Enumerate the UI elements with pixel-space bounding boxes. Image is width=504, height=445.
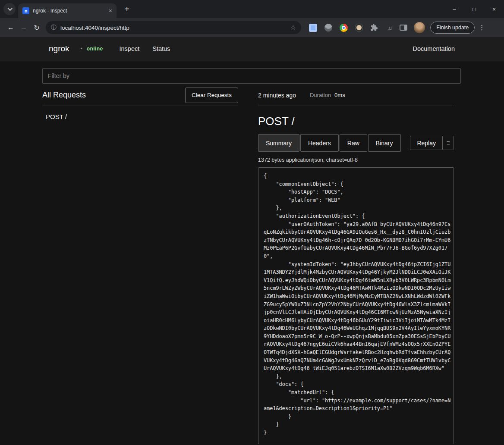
extension-icon-1[interactable] — [309, 24, 317, 32]
filter-input[interactable] — [42, 68, 461, 84]
ngrok-header: ngrok • online Inspect Status Documentat… — [0, 37, 504, 60]
nav-status[interactable]: Status — [152, 45, 170, 52]
side-panel-icon[interactable] — [400, 25, 407, 31]
window-maximize-button[interactable]: □ — [464, 6, 484, 13]
extension-icons-row — [309, 24, 378, 32]
nav-inspect[interactable]: Inspect — [119, 45, 139, 52]
extension-icon-3[interactable] — [340, 24, 348, 32]
all-requests-title: All Requests — [42, 91, 86, 100]
media-controls-icon[interactable]: ♫ — [387, 24, 392, 31]
request-list-item[interactable]: POST / — [42, 106, 238, 127]
inspect-content: All Requests Clear Requests POST / 2 min… — [0, 60, 504, 444]
extensions-puzzle-icon[interactable] — [370, 24, 378, 31]
url-text: localhost:4040/inspect/http — [60, 25, 287, 31]
new-tab-button[interactable]: + — [121, 3, 133, 15]
tab-binary[interactable]: Binary — [368, 134, 401, 152]
duration-label: Duration — [310, 92, 331, 98]
status-dot-icon: • — [81, 46, 82, 52]
clear-requests-button[interactable]: Clear Requests — [185, 88, 238, 103]
extension-icon-2[interactable] — [324, 24, 332, 31]
extension-icon-4[interactable] — [355, 24, 363, 31]
browser-tab-strip: n ngrok - Inspect × + – □ × — [0, 0, 504, 18]
browser-window: n ngrok - Inspect × + – □ × ← → ↻ ⓘ loca… — [0, 0, 504, 445]
request-title: POST / — [258, 115, 454, 128]
request-meta-row: 2 minutes ago Duration 0ms — [258, 85, 454, 106]
tab-summary[interactable]: Summary — [258, 134, 299, 152]
window-close-button[interactable]: × — [484, 6, 504, 13]
replay-button[interactable]: Replay — [410, 136, 443, 150]
tab-close-icon[interactable]: × — [109, 7, 112, 14]
ngrok-logo[interactable]: ngrok — [49, 44, 69, 53]
reload-icon[interactable]: ↻ — [30, 24, 43, 32]
request-body[interactable]: { "commonEventObject": { "hostApp": "DOC… — [258, 167, 454, 444]
page-info-icon[interactable]: ⓘ — [51, 24, 57, 31]
browser-menu-icon[interactable]: ⋮ — [479, 24, 485, 31]
ngrok-favicon-icon: n — [22, 7, 29, 14]
tunnel-status: online — [87, 46, 103, 52]
detail-tabs-row: Summary Headers Raw Binary Replay ☰ — [258, 134, 454, 152]
requests-panel: All Requests Clear Requests POST / — [42, 85, 238, 444]
tab-title: ngrok - Inspect — [33, 8, 105, 14]
replay-options-icon[interactable]: ☰ — [443, 136, 454, 150]
browser-tab[interactable]: n ngrok - Inspect × — [18, 3, 117, 18]
ngrok-page: ngrok • online Inspect Status Documentat… — [0, 37, 504, 445]
back-icon[interactable]: ← — [4, 24, 17, 31]
browser-toolbar: ← → ↻ ⓘ localhost:4040/inspect/http ☆ ♫ … — [0, 18, 504, 37]
bookmark-star-icon[interactable]: ☆ — [290, 24, 296, 31]
duration-value: 0ms — [334, 92, 345, 98]
request-time: 2 minutes ago — [258, 92, 296, 99]
nav-documentation[interactable]: Documentation — [413, 45, 455, 52]
tab-raw[interactable]: Raw — [340, 134, 367, 152]
request-detail-panel: 2 minutes ago Duration 0ms POST / Summar… — [251, 85, 454, 444]
requests-panel-header: All Requests Clear Requests — [42, 85, 238, 106]
profile-avatar[interactable] — [414, 22, 425, 33]
chevron-down-icon — [8, 6, 13, 11]
window-minimize-button[interactable]: – — [444, 6, 464, 13]
omnibox[interactable]: ⓘ localhost:4040/inspect/http ☆ — [46, 21, 301, 34]
tab-search-button[interactable] — [3, 3, 16, 15]
extension-icon-3-dot — [342, 26, 346, 30]
replay-split-button: Replay ☰ — [410, 136, 454, 150]
forward-icon[interactable]: → — [17, 24, 30, 31]
content-meta: 1372 bytes application/json; charset=utf… — [258, 157, 454, 163]
finish-update-button[interactable]: Finish update — [430, 22, 475, 34]
window-controls: – □ × — [444, 0, 504, 18]
tab-headers[interactable]: Headers — [300, 134, 339, 152]
side-panel-icon-fill — [404, 25, 406, 30]
